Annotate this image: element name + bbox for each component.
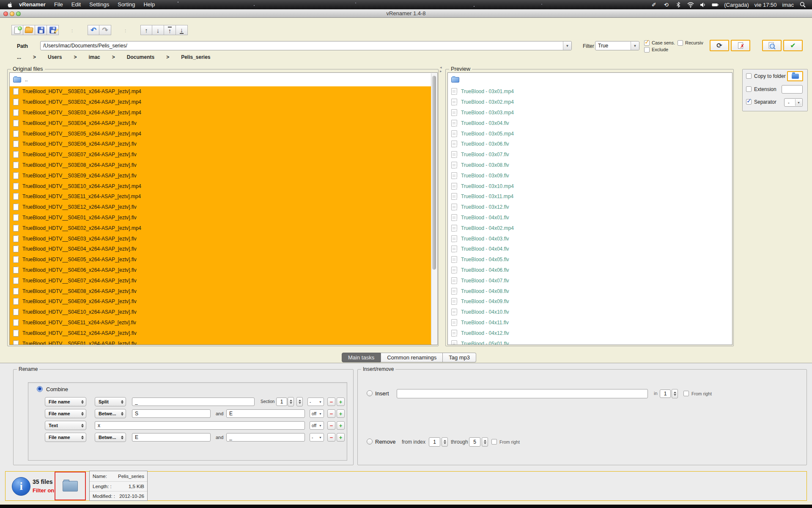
exclude-checkbox[interactable] <box>644 47 650 52</box>
original-files-list[interactable]: .. TrueBlood_HDTV__S03E01_x264-ASAP_[ezt… <box>9 72 438 345</box>
extension-input[interactable] <box>782 85 803 94</box>
row2-separator-dropdown[interactable]: off▼ <box>310 409 324 418</box>
recursiv-checkbox[interactable] <box>678 40 683 46</box>
add-row-button[interactable]: + <box>337 409 345 418</box>
preview-file-row[interactable]: TrueBlood - 03x10.mp4 <box>448 181 732 191</box>
original-file-row[interactable]: TrueBlood_HDTV__S04E03_x264-ASAP_[eztv].… <box>10 233 431 244</box>
original-file-row[interactable]: TrueBlood_HDTV__S03E09_x264-ASAP_[eztv].… <box>10 170 431 181</box>
preview-file-row[interactable]: TrueBlood - 03x05.mp4 <box>448 128 732 139</box>
between-to-input[interactable] <box>226 433 305 442</box>
original-file-row[interactable]: TrueBlood_HDTV__S03E06_x264-ASAP_[eztv].… <box>10 139 431 149</box>
wifi-icon[interactable] <box>687 1 694 8</box>
add-row-button[interactable]: + <box>337 433 345 442</box>
menu-item-sorting[interactable]: Sorting <box>113 0 139 9</box>
add-row-button[interactable]: + <box>337 398 345 406</box>
source-popup[interactable]: File name <box>45 397 86 406</box>
insert-position-stepper[interactable] <box>672 389 678 398</box>
operation-popup[interactable]: Betwe... <box>95 433 126 442</box>
section-spinner[interactable] <box>276 398 287 406</box>
between-from-input[interactable] <box>132 433 211 442</box>
section-stepper[interactable] <box>288 397 294 406</box>
extension-checkbox[interactable] <box>746 86 752 92</box>
preview-file-row[interactable]: TrueBlood - 03x11.mp4 <box>448 191 732 202</box>
menu-user[interactable]: imac <box>782 2 794 8</box>
path-input[interactable] <box>40 41 572 50</box>
original-file-row[interactable]: TrueBlood_HDTV__S03E03_x264-ASAP_[eztv].… <box>10 108 431 118</box>
filter-combo[interactable]: True ▼ <box>595 41 639 50</box>
preview-file-row[interactable]: TrueBlood - 03x02.mp4 <box>448 97 732 108</box>
source-popup[interactable]: File name <box>45 433 86 442</box>
preview-file-row[interactable]: TrueBlood - 04x01.flv <box>448 213 732 223</box>
refresh-button[interactable]: ⟳ <box>710 40 729 51</box>
operation-popup[interactable]: Betwe... <box>95 409 126 418</box>
breadcrumb-users[interactable]: Users <box>48 54 62 60</box>
original-file-row[interactable]: TrueBlood_HDTV__S04E08_x264-ASAP_[eztv].… <box>10 286 431 296</box>
original-file-row[interactable]: TrueBlood_HDTV__S05E01_x264-ASAP_[eztv].… <box>10 338 431 345</box>
preview-button[interactable] <box>762 40 782 51</box>
menu-item-file[interactable]: File <box>50 0 67 9</box>
insert-from-right-checkbox[interactable] <box>683 391 689 396</box>
battery-icon[interactable] <box>712 1 719 8</box>
operation-popup[interactable]: Split <box>95 397 126 406</box>
original-file-row[interactable]: TrueBlood_HDTV__S04E07_x264-ASAP_[eztv].… <box>10 275 431 286</box>
preview-file-row[interactable]: TrueBlood - 03x01.mp4 <box>448 86 732 97</box>
original-file-row[interactable]: TrueBlood_HDTV__S03E02_x264-ASAP_[eztv].… <box>10 97 431 108</box>
original-file-row[interactable]: TrueBlood_HDTV__S04E10_x264-ASAP_[eztv].… <box>10 307 431 318</box>
original-file-row[interactable]: TrueBlood_HDTV__S04E06_x264-ASAP_[eztv].… <box>10 265 431 276</box>
preview-file-row[interactable]: TrueBlood - 04x11.flv <box>448 318 732 328</box>
menu-item-help[interactable]: Help <box>139 0 159 9</box>
preview-file-row[interactable]: TrueBlood - 03x12.flv <box>448 202 732 213</box>
original-file-row[interactable]: TrueBlood_HDTV__S03E12_x264-ASAP_[eztv].… <box>10 202 431 213</box>
preview-file-row[interactable]: TrueBlood - 03x08.flv <box>448 160 732 171</box>
preview-file-row[interactable]: TrueBlood - 04x04.flv <box>448 244 732 254</box>
insert-position-spinner[interactable] <box>660 389 671 398</box>
original-file-row[interactable]: TrueBlood_HDTV__S04E11_x264-ASAP_[eztv].… <box>10 318 431 328</box>
preview-file-row[interactable]: TrueBlood - 04x08.flv <box>448 286 732 296</box>
spotlight-search-icon[interactable] <box>799 1 806 8</box>
between-to-input[interactable] <box>226 409 305 418</box>
volume-icon[interactable] <box>700 1 706 8</box>
between-from-input[interactable] <box>132 409 211 418</box>
redo-button[interactable]: ↷ <box>99 25 111 35</box>
time-machine-icon[interactable]: ⟲ <box>663 1 669 8</box>
original-file-row[interactable]: TrueBlood_HDTV__S03E04_x264-ASAP_[eztv].… <box>10 118 431 128</box>
original-file-row[interactable]: TrueBlood_HDTV__S04E02_x264-ASAP_[eztv].… <box>10 223 431 233</box>
remove-through-spinner[interactable] <box>469 437 480 447</box>
apply-rename-button[interactable]: ✔ <box>783 40 803 51</box>
menu-clock[interactable]: vie 17:50 <box>754 2 777 8</box>
save-as-button[interactable] <box>47 25 59 35</box>
copy-to-folder-checkbox[interactable] <box>746 73 752 79</box>
preview-file-row[interactable]: TrueBlood - 04x09.flv <box>448 296 732 307</box>
breadcrumb-pelis-series[interactable]: Pelis_series <box>181 54 210 60</box>
remove-row-button[interactable]: − <box>327 421 335 430</box>
parent-dir-row[interactable]: .. <box>10 73 437 86</box>
move-to-top-button[interactable]: ↑ <box>164 25 176 35</box>
preview-file-row[interactable]: TrueBlood - 03x06.flv <box>448 139 732 149</box>
preview-file-row[interactable]: TrueBlood - 04x12.flv <box>448 328 732 338</box>
open-folder-button[interactable] <box>23 25 35 35</box>
original-file-row[interactable]: TrueBlood_HDTV__S03E05_x264-ASAP_[eztv].… <box>10 128 431 139</box>
combine-radio[interactable] <box>37 386 43 392</box>
add-row-button[interactable]: + <box>337 421 345 430</box>
bluetooth-icon[interactable] <box>675 1 682 8</box>
original-file-row[interactable]: TrueBlood_HDTV__S04E04_x264-ASAP_[eztv].… <box>10 244 431 254</box>
original-list-scrollbar[interactable] <box>431 73 437 344</box>
minimize-window-button[interactable] <box>10 11 14 16</box>
insert-text-input[interactable] <box>397 389 648 398</box>
row4-separator-dropdown[interactable]: -▼ <box>310 433 324 442</box>
remove-row-button[interactable]: − <box>327 433 335 442</box>
move-up-button[interactable]: ↑ <box>140 25 152 35</box>
source-popup[interactable]: File name <box>45 409 86 418</box>
breadcrumb-documents[interactable]: Documents <box>127 54 154 60</box>
text-input[interactable] <box>95 421 305 430</box>
remove-from-right-checkbox[interactable] <box>491 439 497 444</box>
preview-file-row[interactable]: TrueBlood - 04x05.flv <box>448 254 732 265</box>
separator-dropdown[interactable]: - ▼ <box>784 98 803 107</box>
preview-folder-row[interactable] <box>448 73 732 86</box>
panel-splitter[interactable]: ◂ ▸ <box>440 66 442 73</box>
insert-radio[interactable] <box>367 390 373 396</box>
preview-file-row[interactable]: TrueBlood - 04x06.flv <box>448 265 732 276</box>
preview-file-row[interactable]: TrueBlood - 03x04.flv <box>448 118 732 128</box>
row3-separator-dropdown[interactable]: off▼ <box>310 421 324 430</box>
apple-menu-icon[interactable] <box>7 2 13 8</box>
